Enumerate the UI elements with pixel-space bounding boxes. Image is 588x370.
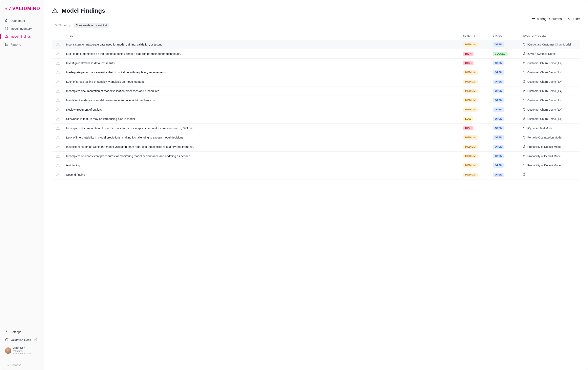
table-row[interactable]: Lack of stress testing or sensitivity an… bbox=[52, 77, 580, 86]
table-row[interactable]: Inadequate performance metrics that do n… bbox=[52, 68, 580, 77]
sort-indicator[interactable]: Sorted by: Creation date: Latest first bbox=[54, 23, 580, 28]
inventory-model-cell[interactable]: Customer Churn Demo (1.4) bbox=[520, 108, 580, 112]
nav-model-findings[interactable]: Model Findings bbox=[3, 33, 41, 40]
status-cell: OPEN bbox=[491, 117, 520, 121]
severity-badge: MEDIUM bbox=[463, 80, 478, 84]
model-name: Customer Churn Demo (1.4) bbox=[527, 99, 562, 102]
inventory-model-cell[interactable]: [OW] Newstrack Demo bbox=[520, 52, 580, 56]
nav-dashboard[interactable]: Dashboard bbox=[3, 17, 41, 24]
home-icon bbox=[5, 19, 9, 22]
warning-triangle-icon bbox=[52, 145, 64, 149]
col-severity[interactable]: SEVERITY bbox=[461, 35, 491, 37]
inventory-model-cell[interactable]: Customer Churn Demo (1.4) bbox=[520, 89, 580, 93]
finding-title: test finding bbox=[64, 164, 461, 167]
table-row[interactable]: Lack of documentation on the rationale b… bbox=[52, 49, 580, 58]
status-cell: OPEN bbox=[491, 107, 520, 112]
warning-triangle-icon bbox=[52, 136, 64, 140]
col-status[interactable]: STATUS bbox=[491, 35, 520, 37]
col-title[interactable]: TITLE bbox=[64, 35, 461, 37]
status-cell: OPEN bbox=[491, 42, 520, 47]
inventory-model-cell[interactable]: [Cypress] Test Model bbox=[520, 126, 580, 130]
primary-nav: Dashboard Model Inventory Model Findings… bbox=[0, 17, 43, 48]
severity-badge: MEDIUM bbox=[463, 145, 478, 149]
severity-cell: MEDIUM bbox=[461, 80, 491, 84]
model-name: [Cypress] Test Model bbox=[527, 127, 553, 130]
table-row[interactable]: Inconsistent or inaccurate data used for… bbox=[52, 40, 580, 49]
toolbar: Manage Columns Filter bbox=[52, 17, 580, 21]
status-badge: OPEN bbox=[493, 61, 504, 65]
cube-icon bbox=[523, 117, 526, 121]
sort-chip[interactable]: Creation date: Latest first bbox=[74, 23, 109, 28]
status-badge: OPEN bbox=[493, 42, 504, 47]
collapse-sidebar-button[interactable]: « Collapse bbox=[3, 360, 41, 370]
table-row[interactable]: test findingMEDIUMOPENProbability of Def… bbox=[52, 161, 580, 170]
severity-badge: MEDIUM bbox=[463, 154, 478, 158]
inventory-model-cell[interactable]: Customer Churn Demo (1.4) bbox=[520, 117, 580, 121]
external-link-icon bbox=[34, 338, 37, 341]
nav-label: ValidMind Docs bbox=[10, 338, 31, 341]
table-row[interactable]: Incomplete documentation of model valida… bbox=[52, 86, 580, 96]
inventory-model-cell[interactable]: Customer Churn Demo (1.4) bbox=[520, 71, 580, 74]
svg-point-40 bbox=[58, 138, 58, 139]
cube-icon bbox=[523, 126, 526, 130]
table-row[interactable]: Review treatment of outliersMEDIUMOPENCu… bbox=[52, 105, 580, 114]
table-row[interactable]: Second findingMEDIUMOPEN bbox=[52, 170, 580, 179]
status-cell: OPEN bbox=[491, 80, 520, 84]
table-row[interactable]: Incomplete or inconsistent procedures fo… bbox=[52, 151, 580, 161]
table-row[interactable]: Skewness in feature may be introducing b… bbox=[52, 114, 580, 123]
model-name: Customer Churn Demo (1.4) bbox=[527, 71, 562, 74]
sidebar-bottom: Settings ValidMind Docs Jane Doe Validat… bbox=[0, 328, 43, 370]
finding-title: Insufficient expertise within the model … bbox=[64, 145, 461, 148]
manage-columns-button[interactable]: Manage Columns bbox=[532, 17, 562, 21]
nav-docs[interactable]: ValidMind Docs bbox=[3, 336, 41, 343]
table-row[interactable]: Insufficient evidence of model governanc… bbox=[52, 96, 580, 105]
filter-button[interactable]: Filter bbox=[567, 17, 580, 21]
inventory-model-cell[interactable]: Probability of Default Model bbox=[520, 154, 580, 158]
cube-icon bbox=[523, 61, 526, 65]
severity-cell: HIGH bbox=[461, 126, 491, 130]
nav-label: Model Findings bbox=[10, 35, 31, 38]
svg-point-30 bbox=[58, 92, 58, 92]
table-row[interactable]: Insufficient expertise within the model … bbox=[52, 142, 580, 151]
gear-icon bbox=[5, 330, 9, 334]
status-cell: OPEN bbox=[491, 70, 520, 75]
nav-settings[interactable]: Settings bbox=[3, 328, 41, 336]
severity-badge: MEDIUM bbox=[463, 135, 478, 140]
inventory-model-cell[interactable]: Customer Churn Demo (1.4) bbox=[520, 61, 580, 65]
inventory-model-cell[interactable]: Customer Churn Demo (1.4) bbox=[520, 99, 580, 102]
cube-icon bbox=[523, 108, 526, 112]
inventory-model-cell[interactable] bbox=[520, 173, 580, 177]
user-name: Jane Doe bbox=[13, 346, 33, 350]
col-model[interactable]: INVENTORY MODEL bbox=[520, 35, 580, 37]
severity-badge: MEDIUM bbox=[463, 107, 478, 112]
model-name: Customer Churn Demo (1.4) bbox=[527, 61, 562, 65]
nav-reports[interactable]: Reports bbox=[3, 40, 41, 48]
inventory-model-cell[interactable]: Probability of Default Model bbox=[520, 164, 580, 167]
finding-title: Inadequate performance metrics that do n… bbox=[64, 71, 461, 74]
inventory-model-cell[interactable]: Customer Churn Demo (1.4) bbox=[520, 80, 580, 84]
brand-logo[interactable]: VALIDMIND bbox=[0, 6, 43, 17]
warning-triangle-icon bbox=[52, 8, 58, 14]
sidebar: VALIDMIND Dashboard Model Inventory Mode… bbox=[0, 0, 44, 370]
inventory-model-cell[interactable]: Portfolio Optimization Model bbox=[520, 136, 580, 140]
table-row[interactable]: Lack of interpretability in model predic… bbox=[52, 133, 580, 142]
svg-point-20 bbox=[58, 45, 58, 46]
severity-cell: LOW bbox=[461, 117, 491, 121]
status-cell: CLOSED bbox=[491, 52, 520, 56]
table-row[interactable]: Incomplete documentation of how the mode… bbox=[52, 123, 580, 133]
severity-badge: MEDIUM bbox=[463, 70, 478, 75]
table-row[interactable]: Investigate skewness data test resultsHI… bbox=[52, 58, 580, 68]
main-content: Model Findings Manage Columns Filter Sor… bbox=[44, 0, 588, 370]
nav-label: Dashboard bbox=[10, 19, 25, 22]
status-badge: OPEN bbox=[493, 163, 504, 168]
inventory-model-cell[interactable]: [Quickstart] Customer Churn Model bbox=[520, 43, 580, 47]
sort-field: Creation date: bbox=[76, 24, 94, 27]
inventory-model-cell[interactable]: Probability of Default Model bbox=[520, 145, 580, 149]
table-header: TITLE SEVERITY STATUS INVENTORY MODEL bbox=[52, 32, 580, 40]
current-user[interactable]: Jane Doe Validator, Customer Admin ⋮ bbox=[3, 344, 41, 357]
kebab-icon[interactable]: ⋮ bbox=[35, 349, 39, 353]
svg-point-44 bbox=[58, 157, 58, 157]
warning-triangle-icon bbox=[52, 89, 64, 93]
nav-model-inventory[interactable]: Model Inventory bbox=[3, 25, 41, 32]
finding-title: Incomplete documentation of model valida… bbox=[64, 90, 461, 93]
